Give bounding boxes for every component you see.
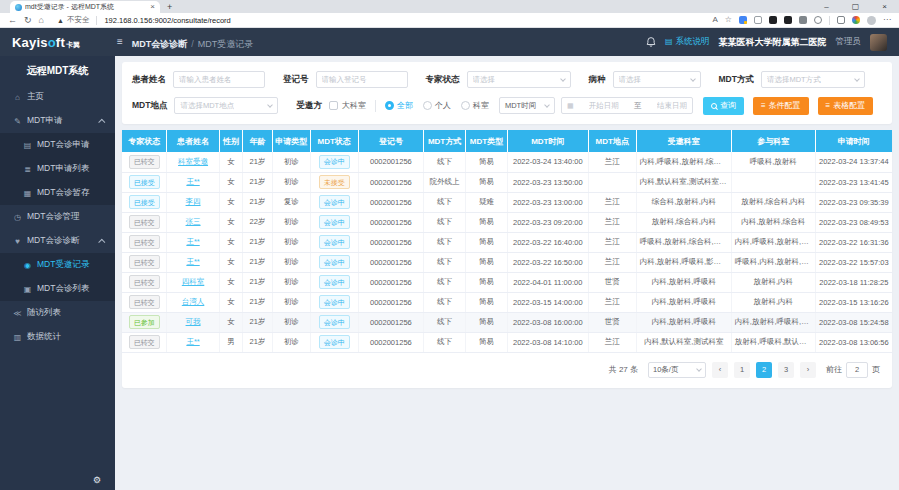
breadcrumb-divider: / <box>191 39 194 49</box>
sidebar-item-mdt-consult-list[interactable]: ▣MDT会诊列表 <box>0 277 115 301</box>
new-tab-button[interactable]: + <box>167 3 172 12</box>
expert-status-select[interactable]: 请选择 <box>467 71 571 88</box>
sidebar-item-mdt-consult-manage[interactable]: ◷MDT会诊管理 <box>0 205 115 229</box>
search-button[interactable]: 查询 <box>703 97 744 115</box>
extension-icon[interactable] <box>769 16 777 24</box>
patient-name-link[interactable]: 王** <box>186 177 199 186</box>
radio-all-label[interactable]: 全部 <box>397 100 413 111</box>
sidebar-item-mdt-consult-draft[interactable]: ▦MDT会诊暂存 <box>0 181 115 205</box>
system-help-link[interactable]: ▤ 系统说明 <box>665 36 710 48</box>
site-security-chip[interactable]: ▲ 不安全 <box>57 15 89 25</box>
filter-row-2: MDT地点 请选择MDT地点 受邀方 大科室 全部 <box>132 95 882 116</box>
tab-close-icon[interactable]: × <box>150 3 155 11</box>
split-screen-icon[interactable] <box>837 16 845 24</box>
chevron-down-icon <box>560 76 566 82</box>
radio-personal-label[interactable]: 个人 <box>435 100 451 111</box>
select-placeholder: 请选择MDT地点 <box>180 101 234 111</box>
patient-name-link[interactable]: 王** <box>186 257 199 266</box>
table-config-button[interactable]: ≡ 表格配置 <box>818 97 874 115</box>
sidebar-collapse-icon[interactable]: ≡ <box>117 37 123 47</box>
radio-personal[interactable] <box>423 101 432 110</box>
extension-icon[interactable] <box>814 16 822 24</box>
status-badge: 会诊中 <box>319 215 350 229</box>
extension-icon[interactable] <box>852 16 860 24</box>
browser-menu-icon[interactable]: ⋯ <box>883 16 891 24</box>
dept-checkbox-label[interactable]: 大科室 <box>342 100 366 111</box>
register-no-input[interactable] <box>316 71 408 88</box>
radio-all[interactable] <box>385 101 394 110</box>
condition-config-label: 条件配置 <box>769 100 801 111</box>
url-text[interactable]: 192.168.0.156:9002/consultate/record <box>104 16 230 25</box>
table-row[interactable]: 已转交王**女21岁初诊会诊中0002001256线下简易2022-03-22 … <box>122 252 892 272</box>
patient-name-link[interactable]: 张三 <box>186 217 201 226</box>
patient-name-link[interactable]: 台湾人 <box>182 297 205 306</box>
mdt-mode-select[interactable]: 请选择MDT方式 <box>761 71 865 88</box>
sidebar-item-data-stats[interactable]: ▥数据统计 <box>0 325 115 349</box>
table-row[interactable]: 已接受李四女21岁复诊会诊中0002001256线下疑难2022-03-23 1… <box>122 192 892 212</box>
radio-dept[interactable] <box>461 101 470 110</box>
condition-config-button[interactable]: ≡ 条件配置 <box>753 97 809 115</box>
minimize-icon[interactable]: – <box>812 0 841 13</box>
table-cell: 放射科,呼吸科,默认科室,测... <box>731 332 815 352</box>
table-cell: 会诊中 <box>310 332 358 352</box>
sidebar-item-mdt-invite-record[interactable]: ◉MDT受邀记录 <box>0 253 115 277</box>
sidebar-item-label: MDT受邀记录 <box>37 259 89 271</box>
page-size-select[interactable]: 10条/页 <box>648 362 706 378</box>
user-role[interactable]: 管理员 <box>836 36 862 48</box>
time-field-select[interactable]: MDT时间 <box>499 97 555 114</box>
table-row[interactable]: 已接受王**女21岁初诊未接受0002001256院外线上简易2022-03-2… <box>122 172 892 192</box>
extension-icon[interactable] <box>739 16 747 24</box>
browser-profile-avatar[interactable] <box>867 16 876 25</box>
table-row[interactable]: 已转交王**女21岁初诊会诊中0002001256线下简易2022-03-22 … <box>122 232 892 252</box>
user-avatar[interactable] <box>870 34 887 51</box>
patient-name-link[interactable]: 四科室 <box>182 277 205 286</box>
page-button-2[interactable]: 2 <box>756 362 772 378</box>
sidebar-item-mdt-consult-apply[interactable]: ▤MDT会诊申请 <box>0 133 115 157</box>
table-row[interactable]: 已参加可我女21岁初诊会诊中0002001256线下简易2022-03-08 1… <box>122 312 892 332</box>
next-page-button[interactable]: › <box>800 362 816 378</box>
patient-name-link[interactable]: 王** <box>186 337 199 346</box>
radio-dept-label[interactable]: 科室 <box>473 100 489 111</box>
close-icon[interactable]: × <box>870 0 899 13</box>
read-aloud-icon[interactable]: A <box>712 16 717 24</box>
page-button-1[interactable]: 1 <box>734 362 750 378</box>
extension-icon[interactable] <box>784 16 792 24</box>
table-cell: 初诊 <box>272 212 310 232</box>
sidebar-item-mdt-consult-diagnose[interactable]: ♥MDT会诊诊断 <box>0 229 115 253</box>
date-range-picker[interactable]: ▦ 开始日期 至 结束日期 <box>561 97 693 114</box>
table-row[interactable]: 已转交台湾人女21岁初诊会诊中0002001256线下简易2022-03-15 … <box>122 292 892 312</box>
browser-tab[interactable]: mdt受邀记录 - 远程MDT系统 × <box>10 1 160 13</box>
table-row[interactable]: 已转交王**男21岁初诊会诊中0002001256线下简易2022-03-08 … <box>122 332 892 352</box>
bell-icon[interactable] <box>646 37 656 47</box>
mdt-location-select[interactable]: 请选择MDT地点 <box>174 97 278 114</box>
table-cell: 院外线上 <box>424 172 466 192</box>
browser-home-icon[interactable]: ⌂ <box>39 16 44 25</box>
table-row[interactable]: 已转交四科室女21岁初诊会诊中0002001256线下简易2022-04-01 … <box>122 272 892 292</box>
sidebar-item-home[interactable]: ⌂主页 <box>0 85 115 109</box>
reload-icon[interactable]: ↻ <box>24 16 32 25</box>
sidebar-item-mdt-apply[interactable]: ✎MDT申请 <box>0 109 115 133</box>
sidebar-menu: ⌂主页✎MDT申请▤MDT会诊申请≣MDT申请列表▦MDT会诊暂存◷MDT会诊管… <box>0 85 115 349</box>
gear-icon[interactable]: ⚙ <box>93 475 101 485</box>
goto-page-input[interactable] <box>846 362 868 378</box>
table-cell: 王** <box>167 332 219 352</box>
breadcrumb-parent[interactable]: MDT会诊诊断 <box>132 39 188 49</box>
disease-select[interactable]: 请选择 <box>613 71 701 88</box>
patient-name-input[interactable] <box>173 71 265 88</box>
patient-name-link[interactable]: 科室受邀 <box>178 157 208 166</box>
sidebar-item-mdt-apply-list[interactable]: ≣MDT申请列表 <box>0 157 115 181</box>
patient-name-link[interactable]: 李四 <box>186 197 201 206</box>
sidebar-item-followup-list[interactable]: ≪随访列表 <box>0 301 115 325</box>
patient-name-link[interactable]: 可我 <box>186 317 201 326</box>
table-row[interactable]: 已转交张三女22岁初诊会诊中0002001256线下简易2022-03-23 0… <box>122 212 892 232</box>
favorite-star-icon[interactable]: ☆ <box>725 16 732 24</box>
prev-page-button[interactable]: ‹ <box>712 362 728 378</box>
extension-icon[interactable] <box>799 16 807 24</box>
table-row[interactable]: 已转交科室受邀女21岁初诊会诊中0002001256线下简易2022-03-24… <box>122 152 892 172</box>
dept-checkbox[interactable] <box>329 101 338 110</box>
back-icon[interactable]: ← <box>8 16 17 25</box>
page-button-3[interactable]: 3 <box>778 362 794 378</box>
patient-name-link[interactable]: 王** <box>186 237 199 246</box>
maximize-icon[interactable]: ▢ <box>841 0 870 13</box>
extension-icon[interactable] <box>754 16 762 24</box>
